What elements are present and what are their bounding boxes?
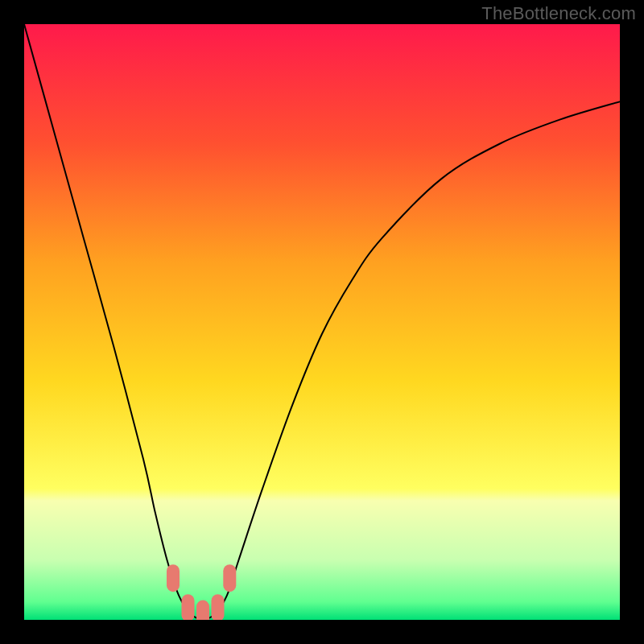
chart-frame: TheBottleneck.com <box>0 0 644 644</box>
curve-marker <box>196 601 209 620</box>
plot-area <box>24 24 620 620</box>
curve-marker <box>182 594 195 620</box>
bottleneck-curve <box>24 24 620 620</box>
curve-marker <box>212 594 225 620</box>
curve-marker <box>223 564 236 592</box>
curve-marker <box>167 564 180 592</box>
watermark-text: TheBottleneck.com <box>481 3 636 24</box>
